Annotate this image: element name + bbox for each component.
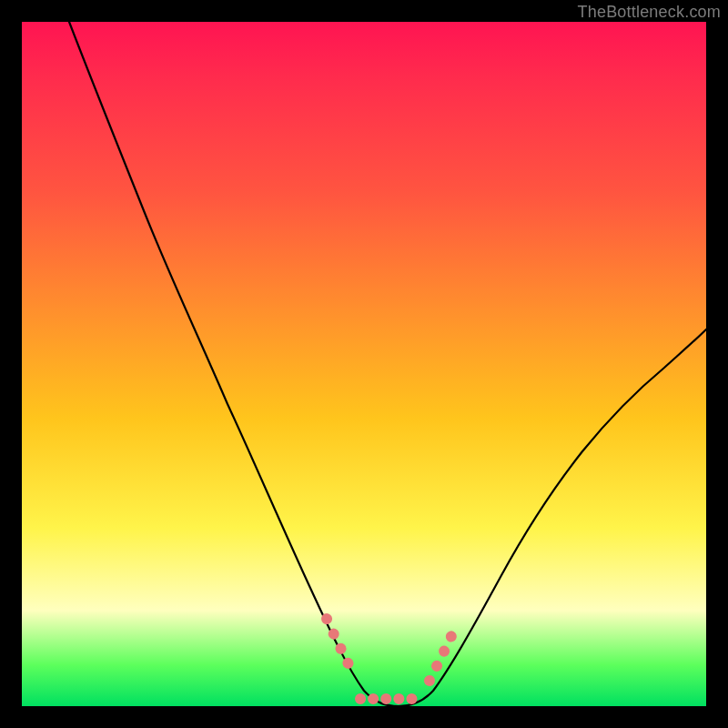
black-frame: TheBottleneck.com [0,0,728,728]
bottleneck-curve [69,22,706,706]
marker-dots-right [430,624,457,681]
bottleneck-curve-svg [22,22,706,706]
watermark-text: TheBottleneck.com [578,3,721,22]
